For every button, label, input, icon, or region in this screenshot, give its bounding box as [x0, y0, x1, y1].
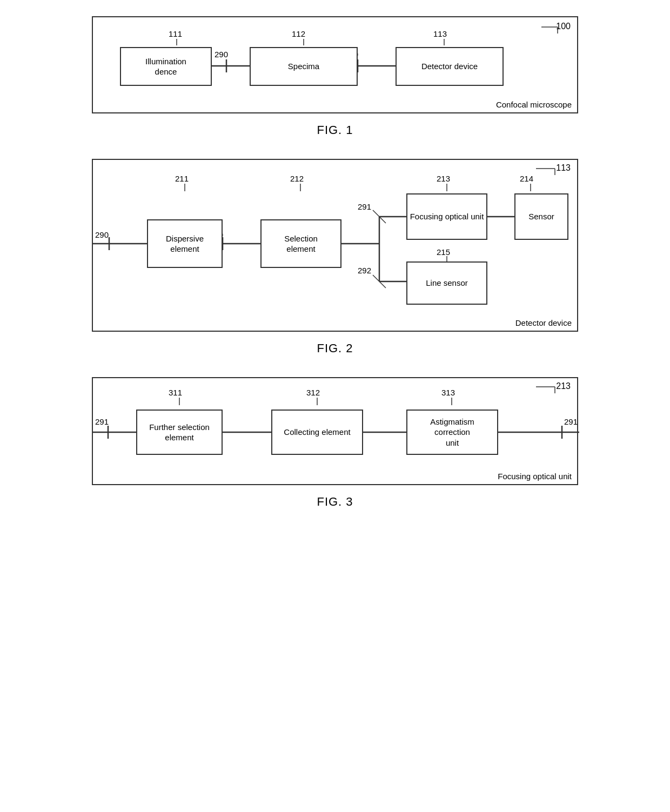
- fig2-ref-211: 211: [175, 174, 189, 183]
- fig3-diagram: 213 291 291 311 312 313 Further selectio…: [92, 377, 578, 485]
- ref-112: 112: [292, 29, 305, 38]
- ref-290a: 290: [215, 50, 228, 59]
- fig2-ref-291: 291: [358, 202, 371, 211]
- fig2-ref-113: 113: [556, 163, 571, 173]
- fig1-ref-113: 113: [433, 29, 447, 38]
- fig3-ref-313: 313: [441, 388, 455, 397]
- fig1-label: FIG. 1: [317, 123, 353, 137]
- fig3-ref-213: 213: [556, 381, 571, 391]
- ref-100: 100: [556, 22, 571, 31]
- fig1-diagram: 100 111 112 113 290 290 Illumination den…: [92, 16, 578, 113]
- fig3-ref-312: 312: [306, 388, 320, 397]
- fig3-ref-291-left: 291: [95, 417, 109, 426]
- fig3-ref-291-right: 291: [564, 417, 578, 426]
- svg-line-27: [373, 275, 386, 288]
- figure-2-section: 113 211 212 213 214 215 290 290 291 292 …: [32, 159, 638, 355]
- fig2-label: FIG. 2: [317, 341, 353, 355]
- fig2-ref-290-left: 290: [95, 230, 109, 239]
- box-collecting: Collecting element: [271, 410, 363, 455]
- ref-111: 111: [169, 29, 182, 38]
- fig2-ref-292: 292: [358, 266, 371, 275]
- fig3-label: FIG. 3: [317, 495, 353, 509]
- fig3-ref-311: 311: [169, 388, 182, 397]
- box-further-selection: Further selection element: [136, 410, 223, 455]
- fig2-ref-214: 214: [520, 174, 533, 183]
- box-line-sensor: Line sensor: [406, 261, 487, 305]
- box-dispersive: Dispersive element: [147, 219, 223, 268]
- figure-3-section: 213 291 291 311 312 313 Further selectio…: [32, 377, 638, 509]
- fig3-inner-label: Focusing optical unit: [498, 472, 572, 481]
- fig2-ref-212: 212: [290, 174, 304, 183]
- figure-1-section: 100 111 112 113 290 290 Illumination den…: [32, 16, 638, 137]
- box-astigmatism: Astigmatism correction unit: [406, 410, 498, 455]
- svg-line-26: [373, 210, 386, 223]
- fig1-inner-label: Confocal microscope: [496, 100, 572, 109]
- box-sensor: Sensor: [514, 193, 568, 240]
- box-focusing: Focusing optical unit: [406, 193, 487, 240]
- box-specima: Specima: [250, 47, 358, 86]
- box-selection: Selection element: [260, 219, 341, 268]
- box-illumination: Illumination dence: [120, 47, 212, 86]
- fig2-ref-213: 213: [437, 174, 450, 183]
- fig2-ref-215: 215: [437, 247, 450, 257]
- fig2-diagram: 113 211 212 213 214 215 290 290 291 292 …: [92, 159, 578, 332]
- fig2-inner-label: Detector device: [515, 318, 572, 327]
- box-detector: Detector device: [396, 47, 504, 86]
